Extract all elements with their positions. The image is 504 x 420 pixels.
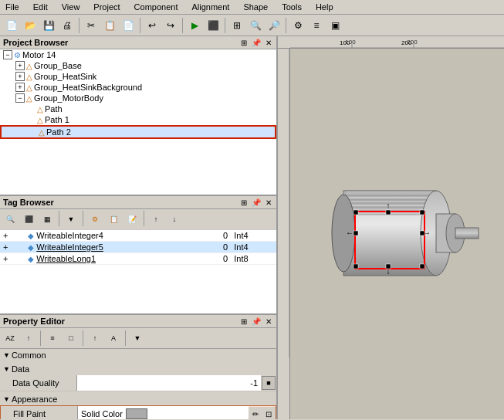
- stop-button[interactable]: ⬛: [205, 17, 222, 34]
- tree-item-path[interactable]: △ Path: [0, 103, 276, 114]
- svg-rect-22: [353, 231, 358, 235]
- fill-paint-reset-btn[interactable]: ⊡: [262, 408, 275, 419]
- prop-sort-alpha[interactable]: AZ: [2, 330, 19, 347]
- run-button[interactable]: ▶: [186, 17, 203, 34]
- redo-button[interactable]: ↪: [162, 17, 179, 34]
- tag-btn4[interactable]: ▼: [63, 211, 79, 228]
- menu-view[interactable]: View: [59, 2, 83, 12]
- toolbar-btn4[interactable]: 🖨: [59, 17, 76, 34]
- tag-expand-icon: +: [3, 231, 8, 240]
- common-collapse-icon[interactable]: ▼: [3, 351, 10, 359]
- expand-groupbase[interactable]: +: [15, 61, 25, 70]
- copy-button[interactable]: 📋: [101, 17, 118, 34]
- tree-item-path1[interactable]: △ Path 1: [0, 114, 276, 125]
- tag-btn8[interactable]: ↑: [147, 211, 164, 228]
- tag-type1: Int4: [231, 230, 276, 242]
- tag-btn5[interactable]: ⚙: [86, 211, 103, 228]
- tag-expand-col: +: [0, 230, 25, 242]
- tag-browser-undock[interactable]: ⊞: [239, 198, 249, 207]
- open-button[interactable]: 📂: [22, 17, 39, 34]
- undo-button[interactable]: ↩: [144, 17, 161, 34]
- tag-btn3[interactable]: ▦: [39, 211, 56, 228]
- prop-value-fillpaint[interactable]: Solid Color: [78, 406, 249, 419]
- tag-btn1[interactable]: 🔍: [2, 211, 19, 228]
- cut-button[interactable]: ✂: [83, 17, 100, 34]
- prop-btn3[interactable]: □: [63, 330, 79, 347]
- toolbar-btn-extra3[interactable]: ▣: [326, 17, 343, 34]
- tag-browser-pin[interactable]: 📌: [250, 198, 262, 207]
- prop-editor-close[interactable]: ✕: [264, 317, 273, 326]
- tag-sep3: [144, 211, 144, 226]
- tag-name-col2: ◆ WriteableInteger5: [25, 242, 207, 253]
- prop-actions-fillpaint: ✏ ⊡: [249, 407, 276, 419]
- prop-btn5[interactable]: A: [105, 330, 122, 347]
- table-row[interactable]: + ◆ WriteableInteger5 0 Int4: [0, 242, 276, 253]
- menu-project[interactable]: Project: [91, 2, 122, 12]
- tag-btn6[interactable]: 📋: [105, 211, 122, 228]
- motor14-icon: ⚙: [14, 51, 21, 59]
- menu-shape[interactable]: Shape: [241, 2, 270, 12]
- expand-groupheatsinkbg[interactable]: +: [15, 83, 25, 92]
- ruler-v-svg: [278, 49, 290, 357]
- tag-btn2[interactable]: ⬛: [20, 211, 37, 228]
- tree-item-groupheatsink[interactable]: + △ Group_HeatSink: [0, 71, 276, 82]
- tag-browser-close[interactable]: ✕: [264, 198, 273, 207]
- toolbar-btn-extra1[interactable]: ⚙: [289, 17, 306, 34]
- tag-btn7[interactable]: 📝: [123, 211, 140, 228]
- fill-color-swatch[interactable]: [126, 408, 147, 419]
- toolbar-btn-extra2[interactable]: ≡: [308, 17, 325, 34]
- fill-paint-edit-btn[interactable]: ✏: [249, 408, 262, 419]
- menu-help[interactable]: Help: [313, 2, 336, 12]
- appearance-collapse-icon[interactable]: ▼: [3, 395, 10, 403]
- zoom-in-button[interactable]: 🔍: [247, 17, 264, 34]
- svg-rect-26: [420, 264, 425, 269]
- project-browser-tree: − ⚙ Motor 14 + △ Group_Base + △ Group_He…: [0, 49, 276, 196]
- groupmotorbody-label: Group_MotorBody: [34, 93, 103, 103]
- table-row[interactable]: + ◆ WriteableLong1 0 Int8: [0, 253, 276, 265]
- prop-btn6[interactable]: ▼: [129, 330, 146, 347]
- svg-text:100: 100: [345, 39, 356, 46]
- save-button[interactable]: 💾: [40, 17, 57, 34]
- data-collapse-icon[interactable]: ▼: [3, 365, 10, 373]
- tree-item-path2[interactable]: △ Path 2: [0, 125, 276, 139]
- expand-groupmotorbody[interactable]: −: [15, 93, 25, 103]
- project-browser-close[interactable]: ✕: [264, 39, 273, 47]
- menu-edit[interactable]: Edit: [31, 2, 50, 12]
- tag-name3: WriteableLong1: [36, 254, 96, 263]
- tree-item-groupheatsinkbg[interactable]: + △ Group_HeatSinkBackground: [0, 82, 276, 93]
- project-browser-header: Project Browser ⊞ 📌 ✕: [0, 36, 276, 49]
- groupheatsink-label: Group_HeatSink: [34, 72, 96, 81]
- tree-item-motor14[interactable]: − ⚙ Motor 14: [0, 49, 276, 60]
- zoom-out-button[interactable]: 🔎: [266, 17, 282, 34]
- prop-section-appearance-header[interactable]: ▼ Appearance: [0, 393, 276, 405]
- prop-btn4[interactable]: ↑: [86, 330, 103, 347]
- data-quality-indicator[interactable]: ■: [262, 376, 276, 390]
- prop-sort-up[interactable]: ↑: [20, 330, 37, 347]
- prop-section-common-header[interactable]: ▼ Common: [0, 349, 276, 361]
- tree-item-groupmotorbody[interactable]: − △ Group_MotorBody: [0, 93, 276, 103]
- menu-alignment[interactable]: Alignment: [189, 2, 232, 12]
- menu-file[interactable]: File: [3, 2, 22, 12]
- tag-name-col3: ◆ WriteableLong1: [25, 253, 207, 265]
- expand-motor14[interactable]: −: [3, 50, 12, 59]
- menu-component[interactable]: Component: [132, 2, 181, 12]
- prop-editor-pin[interactable]: 📌: [250, 317, 262, 326]
- expand-groupheatsink[interactable]: +: [15, 72, 25, 81]
- prop-editor-undock[interactable]: ⊞: [239, 317, 249, 326]
- menu-tools[interactable]: Tools: [279, 2, 304, 12]
- property-editor-header: Property Editor ⊞ 📌 ✕: [0, 315, 276, 328]
- table-row[interactable]: + ◆ WriteableInteger4 0 Int4: [0, 230, 276, 242]
- zoom-fit-button[interactable]: ⊞: [228, 17, 245, 34]
- new-button[interactable]: 📄: [3, 17, 20, 34]
- prop-section-data-header[interactable]: ▼ Data: [0, 363, 276, 375]
- tag-btn9[interactable]: ↓: [166, 211, 183, 228]
- project-browser-pin[interactable]: 📌: [250, 39, 262, 47]
- tree-item-groupbase[interactable]: + △ Group_Base: [0, 60, 276, 71]
- canvas-area[interactable]: ↑ ↓ ← →: [290, 49, 504, 419]
- prop-section-data: ▼ Data Data Quality -1 ■: [0, 363, 276, 391]
- prop-btn2[interactable]: ≡: [44, 330, 61, 347]
- paste-button[interactable]: 📄: [120, 17, 137, 34]
- project-browser-undock[interactable]: ⊞: [239, 39, 249, 47]
- groupheatsink-icon: △: [26, 73, 32, 81]
- prop-row-dataquality: Data Quality -1 ■: [0, 375, 276, 391]
